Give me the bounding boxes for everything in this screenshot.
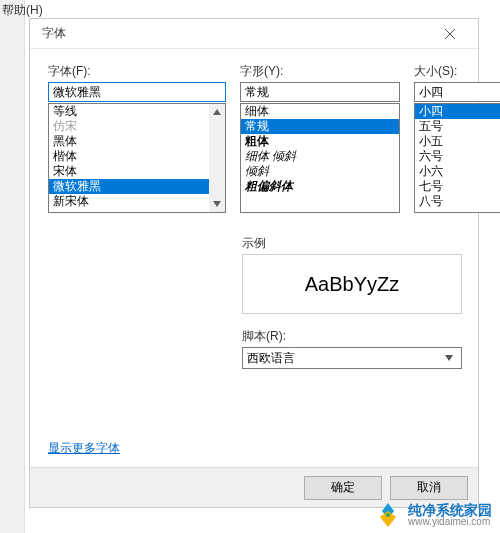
close-button[interactable] xyxy=(430,20,470,48)
scroll-track[interactable] xyxy=(209,120,225,196)
list-item[interactable]: 楷体 xyxy=(49,149,209,164)
size-listbox[interactable]: 小四五号小五六号小六七号八号 xyxy=(414,103,500,213)
dialog-body: 字体(F): 等线仿宋黑体楷体宋体微软雅黑新宋体 字形(Y): 细体常规粗体细体… xyxy=(30,49,478,379)
list-item[interactable]: 微软雅黑 xyxy=(49,179,209,194)
scroll-up-icon[interactable] xyxy=(209,104,225,120)
help-menu[interactable]: 帮助(H) xyxy=(2,2,43,19)
svg-marker-2 xyxy=(213,109,221,115)
style-listbox[interactable]: 细体常规粗体细体 倾斜倾斜粗偏斜体 xyxy=(240,103,400,213)
background-panel xyxy=(0,0,25,533)
list-item[interactable]: 粗偏斜体 xyxy=(241,179,399,194)
sample-label: 示例 xyxy=(242,235,462,252)
sample-box: AaBbYyZz xyxy=(242,254,462,314)
svg-point-7 xyxy=(386,513,390,517)
style-input[interactable] xyxy=(240,82,400,102)
size-label: 大小(S): xyxy=(414,63,500,80)
list-item[interactable]: 新宋体 xyxy=(49,194,209,209)
list-item[interactable]: 小六 xyxy=(415,164,500,179)
script-value: 西欧语言 xyxy=(247,350,441,367)
font-dialog: 字体 字体(F): 等线仿宋黑体楷体宋体微软雅黑新宋体 字形(Y): xyxy=(29,18,479,508)
style-label: 字形(Y): xyxy=(240,63,400,80)
list-item[interactable]: 七号 xyxy=(415,179,500,194)
more-fonts-link[interactable]: 显示更多字体 xyxy=(48,440,120,457)
svg-marker-6 xyxy=(445,355,453,361)
watermark-url: www.yidaimei.com xyxy=(408,517,492,527)
list-item[interactable]: 六号 xyxy=(415,149,500,164)
script-select[interactable]: 西欧语言 xyxy=(242,347,462,369)
list-item[interactable]: 细体 倾斜 xyxy=(241,149,399,164)
size-input[interactable] xyxy=(414,82,500,102)
list-item[interactable]: 小四 xyxy=(415,104,500,119)
script-label: 脚本(R): xyxy=(242,328,462,345)
font-scrollbar[interactable] xyxy=(209,104,225,212)
chevron-down-icon xyxy=(441,355,457,361)
list-item[interactable]: 五号 xyxy=(415,119,500,134)
titlebar: 字体 xyxy=(30,19,478,49)
list-item[interactable]: 黑体 xyxy=(49,134,209,149)
sample-text: AaBbYyZz xyxy=(305,273,399,296)
list-item[interactable]: 细体 xyxy=(241,104,399,119)
list-item[interactable]: 等线 xyxy=(49,104,209,119)
list-item[interactable]: 常规 xyxy=(241,119,399,134)
cancel-button[interactable]: 取消 xyxy=(390,476,468,500)
list-item[interactable]: 八号 xyxy=(415,194,500,209)
list-item[interactable]: 小五 xyxy=(415,134,500,149)
font-label: 字体(F): xyxy=(48,63,226,80)
list-item[interactable]: 粗体 xyxy=(241,134,399,149)
button-row: 确定 取消 xyxy=(30,467,478,507)
list-item[interactable]: 倾斜 xyxy=(241,164,399,179)
scroll-down-icon[interactable] xyxy=(209,196,225,212)
svg-marker-3 xyxy=(213,201,221,207)
font-input[interactable] xyxy=(48,82,226,102)
list-item[interactable]: 仿宋 xyxy=(49,119,209,134)
dialog-title: 字体 xyxy=(42,25,430,42)
list-item[interactable]: 宋体 xyxy=(49,164,209,179)
font-listbox[interactable]: 等线仿宋黑体楷体宋体微软雅黑新宋体 xyxy=(48,103,226,213)
close-icon xyxy=(445,29,455,39)
ok-button[interactable]: 确定 xyxy=(304,476,382,500)
